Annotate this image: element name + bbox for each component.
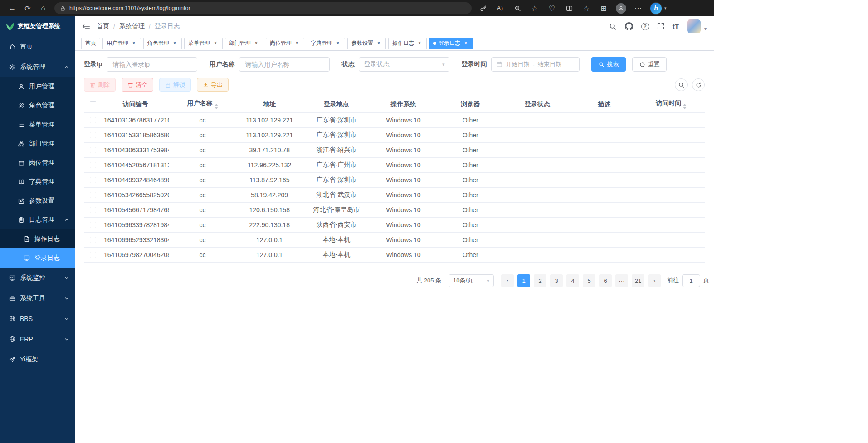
username-input[interactable]	[244, 60, 325, 68]
page-button[interactable]: 3	[550, 274, 563, 287]
tab-close-icon[interactable]: ×	[171, 40, 178, 47]
sidebar-item-erp[interactable]: ERP	[0, 329, 75, 349]
tab-close-icon[interactable]: ×	[335, 40, 341, 47]
date-range-picker[interactable]: 开始日期 - 结束日期	[491, 57, 580, 72]
table-row[interactable]: 1641044520567181312 cc 112.96.225.132 广东…	[84, 158, 705, 173]
help-icon[interactable]: ?	[641, 23, 649, 30]
tab[interactable]: 角色管理 ×	[143, 38, 182, 49]
refresh-table-button[interactable]	[692, 78, 705, 91]
export-button[interactable]: 导出	[197, 78, 229, 92]
sidebar-item-user-management[interactable]: 用户管理	[0, 77, 75, 96]
page-button[interactable]: 21	[632, 274, 644, 287]
site-info-lock-icon[interactable]	[60, 5, 66, 11]
sidebar-item-menu-management[interactable]: 菜单管理	[0, 115, 75, 134]
table-row[interactable]: 1641069652933218304 cc 127.0.0.1 本地-本机 W…	[84, 233, 705, 248]
page-button[interactable]: 2	[534, 274, 546, 287]
sidebar-item-bbs[interactable]: BBS	[0, 308, 75, 329]
page-button[interactable]: 6	[599, 274, 612, 287]
sidebar-item-role-management[interactable]: 角色管理	[0, 96, 75, 115]
zoom-out-icon[interactable]	[510, 2, 525, 15]
sidebar-item-operation-log[interactable]: 操作日志	[0, 229, 75, 248]
sidebar-item-log-management[interactable]: 日志管理	[0, 210, 75, 229]
table-row[interactable]: 1641069798270046208 cc 127.0.0.1 本地-本机 W…	[84, 248, 705, 263]
login-ip-input[interactable]	[112, 60, 192, 68]
split-screen-icon[interactable]	[561, 2, 577, 15]
sidebar-item-yi-framework[interactable]: Yi框架	[0, 349, 75, 370]
page-button[interactable]: 1	[517, 274, 530, 287]
tab[interactable]: 字典管理 ×	[307, 38, 345, 49]
row-checkbox[interactable]	[90, 192, 96, 198]
tab[interactable]: 参数设置 ×	[347, 38, 386, 49]
collections-icon[interactable]: ⊞	[596, 2, 611, 15]
tab-close-icon[interactable]: ×	[253, 40, 259, 47]
tab[interactable]: 登录日志 ×	[429, 38, 473, 49]
password-key-icon[interactable]	[475, 2, 491, 15]
row-checkbox[interactable]	[90, 222, 96, 228]
app-logo[interactable]: 意框架管理系统	[0, 16, 75, 36]
tab[interactable]: 操作日志 ×	[388, 38, 427, 49]
favorites-icon[interactable]: ☆	[579, 2, 594, 15]
sidebar-item-dept-management[interactable]: 部门管理	[0, 134, 75, 153]
prev-page-button[interactable]: ‹	[501, 274, 514, 287]
select-all-checkbox[interactable]	[90, 101, 96, 107]
row-checkbox[interactable]	[90, 162, 96, 168]
username-field[interactable]	[239, 57, 330, 72]
browser-essentials-icon[interactable]: ♡	[544, 2, 560, 15]
toggle-search-button[interactable]	[675, 78, 688, 91]
tab-close-icon[interactable]: ×	[463, 40, 469, 47]
page-button[interactable]: ···	[615, 274, 628, 287]
url-text[interactable]: https://ccnetcore.com:1101/system/log/lo…	[69, 5, 190, 11]
sidebar-item-dict-management[interactable]: 字典管理	[0, 172, 75, 191]
table-row[interactable]: 1641031533185863680 cc 113.102.129.221 广…	[84, 128, 705, 143]
home-icon[interactable]: ⌂	[35, 2, 51, 15]
tab-close-icon[interactable]: ×	[375, 40, 382, 47]
tab[interactable]: 菜单管理 ×	[184, 38, 223, 49]
clear-button[interactable]: 清空	[122, 78, 153, 92]
tab-close-icon[interactable]: ×	[294, 40, 300, 47]
row-checkbox[interactable]	[90, 237, 96, 243]
back-icon[interactable]: ←	[5, 2, 20, 15]
add-favorite-star-icon[interactable]: ☆	[527, 2, 542, 15]
table-row[interactable]: 1641044993248464896 cc 113.87.92.165 广东省…	[84, 173, 705, 188]
tab-close-icon[interactable]: ×	[131, 40, 137, 47]
font-size-icon[interactable]: tT	[673, 23, 679, 30]
tab-close-icon[interactable]: ×	[416, 40, 423, 47]
sidebar-item-login-log[interactable]: 登录日志	[0, 248, 75, 268]
row-checkbox[interactable]	[90, 132, 96, 138]
status-select[interactable]: 登录状态 ▾	[359, 57, 449, 72]
read-aloud-icon[interactable]: A)	[493, 2, 508, 15]
sort-asc-icon[interactable]	[215, 104, 218, 106]
profile-avatar[interactable]	[613, 2, 629, 15]
user-avatar[interactable]	[687, 19, 701, 33]
goto-page-input[interactable]	[682, 274, 700, 287]
tab[interactable]: 用户管理 ×	[102, 38, 141, 49]
login-ip-field[interactable]	[107, 57, 197, 72]
breadcrumb-home[interactable]: 首页	[97, 22, 109, 30]
row-checkbox[interactable]	[90, 147, 96, 153]
search-button[interactable]: 搜索	[591, 57, 626, 72]
sidebar-item-param-settings[interactable]: 参数设置	[0, 191, 75, 210]
sort-desc-icon[interactable]	[683, 107, 687, 109]
sidebar-item-system-management[interactable]: 系统管理	[0, 57, 75, 77]
row-checkbox[interactable]	[90, 117, 96, 123]
row-checkbox[interactable]	[90, 207, 96, 213]
row-checkbox[interactable]	[90, 177, 96, 183]
copilot-bing-icon[interactable]: b	[650, 3, 662, 14]
sort-desc-icon[interactable]	[215, 107, 218, 109]
table-row[interactable]: 1641043063331753984 cc 39.171.210.78 浙江省…	[84, 143, 705, 158]
github-icon[interactable]	[625, 22, 633, 30]
sort-asc-icon[interactable]	[683, 104, 687, 106]
breadcrumb-system[interactable]: 系统管理	[119, 22, 145, 30]
table-row[interactable]: 1641059633978281984 cc 222.90.130.18 陕西省…	[84, 218, 705, 233]
avatar-caret-icon[interactable]: ▾	[704, 26, 707, 33]
sidebar-item-home[interactable]: 首页	[0, 36, 75, 57]
next-page-button[interactable]: ›	[648, 274, 661, 287]
page-size-select[interactable]: 10条/页 ▾	[449, 274, 494, 287]
fullscreen-icon[interactable]	[657, 23, 664, 30]
page-button[interactable]: 4	[566, 274, 579, 287]
reload-icon[interactable]: ⟳	[20, 2, 35, 15]
reset-button[interactable]: 重置	[632, 57, 667, 72]
address-bar[interactable]: https://ccnetcore.com:1101/system/log/lo…	[54, 2, 472, 14]
tab[interactable]: 首页	[81, 38, 100, 49]
delete-button[interactable]: 删除	[84, 78, 116, 92]
